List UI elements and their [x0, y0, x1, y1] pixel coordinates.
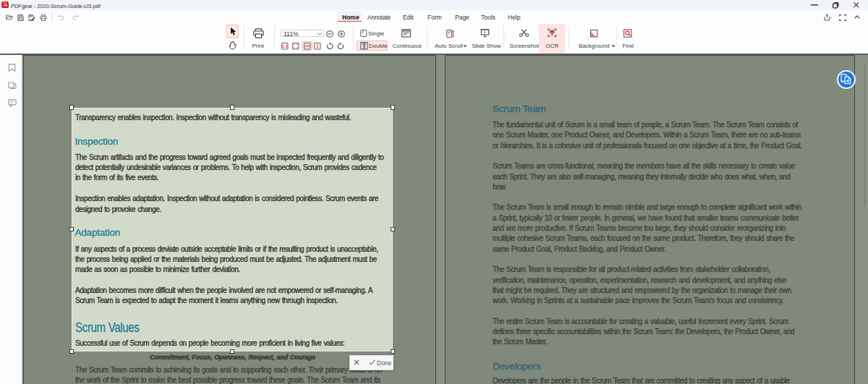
svg-text:W: W — [846, 80, 850, 83]
svg-text:1:1: 1:1 — [281, 44, 287, 48]
